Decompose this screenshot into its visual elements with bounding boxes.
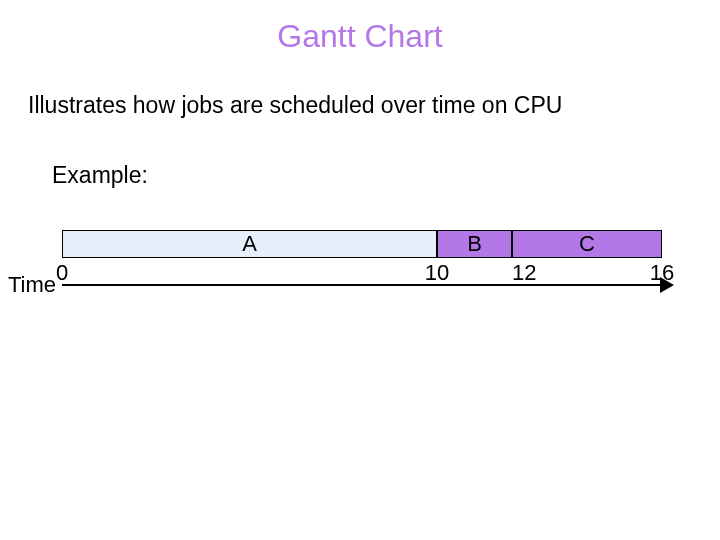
gantt-bar-row: A B C <box>62 230 662 258</box>
tick-10: 10 <box>425 260 449 286</box>
gantt-segment-b-label: B <box>467 231 482 256</box>
time-axis-line <box>62 284 662 286</box>
gantt-segment-b: B <box>437 230 512 258</box>
gantt-segment-c: C <box>512 230 662 258</box>
gantt-segment-a-label: A <box>242 231 257 256</box>
gantt-segment-c-label: C <box>579 231 595 256</box>
gantt-segment-a: A <box>62 230 437 258</box>
example-label: Example: <box>52 162 148 189</box>
tick-0: 0 <box>56 260 68 286</box>
gantt-chart: A B C Time 0 10 12 16 <box>62 230 662 270</box>
subtitle-text: Illustrates how jobs are scheduled over … <box>28 92 562 119</box>
time-axis-label: Time <box>8 272 56 298</box>
tick-16: 16 <box>650 260 674 286</box>
slide: Gantt Chart Illustrates how jobs are sch… <box>0 0 720 540</box>
page-title: Gantt Chart <box>0 18 720 55</box>
tick-12: 12 <box>512 260 536 286</box>
